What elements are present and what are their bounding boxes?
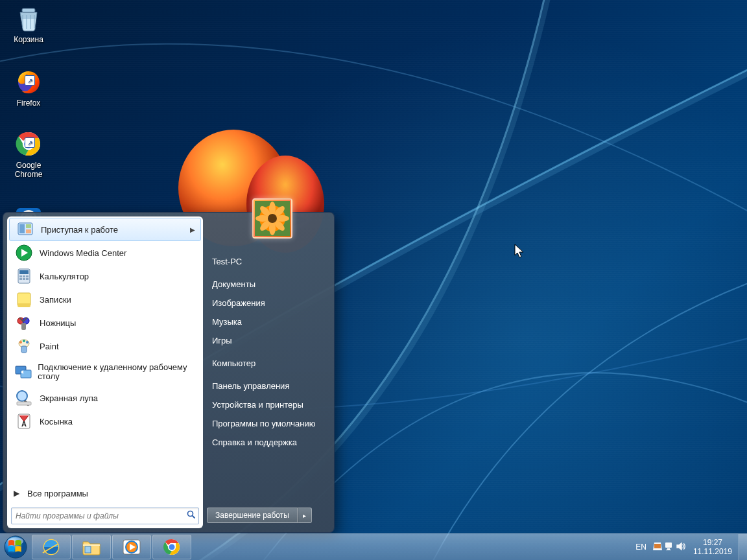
start-menu-right-link[interactable]: Игры [203, 331, 330, 350]
svg-line-40 [193, 516, 195, 519]
taskbar: EN 19:27 11.11.2019 [0, 533, 747, 560]
svg-rect-10 [19, 224, 25, 233]
svg-rect-20 [19, 278, 22, 280]
start-menu-item[interactable]: AКосынка [8, 410, 202, 433]
start-menu-item-label: Ножницы [40, 318, 76, 328]
desktop-icon-recycle-bin[interactable]: Корзина [4, 4, 53, 44]
start-menu-item[interactable]: Paint [8, 334, 202, 358]
svg-rect-2 [22, 8, 35, 12]
chrome-icon [163, 538, 181, 556]
start-button[interactable] [0, 534, 31, 560]
taskbar-clock[interactable]: 19:27 11.11.2019 [687, 538, 739, 556]
taskbar-button-chrome[interactable] [152, 535, 191, 559]
svg-point-30 [23, 340, 25, 342]
search-input[interactable] [12, 511, 184, 520]
submenu-arrow-icon: ▶ [190, 226, 195, 233]
app-icon [14, 289, 34, 310]
start-menu-right-link[interactable]: Справка и поддержка [203, 433, 330, 452]
all-programs-button[interactable]: ▶ Все программы [7, 482, 203, 504]
svg-point-31 [26, 341, 29, 344]
start-menu-right-link[interactable]: Документы [203, 275, 330, 294]
app-icon [14, 388, 34, 408]
shutdown-button[interactable]: Завершение работы [207, 508, 298, 523]
desktop-icon-firefox[interactable]: ↗ Firefox [4, 67, 53, 108]
chrome-icon: ↗ [14, 130, 43, 158]
start-menu-right-panel: Test-PCДокументыИзображенияМузыкаИгрыКом… [203, 216, 330, 528]
svg-rect-62 [654, 544, 661, 548]
desktop-icon-label: Google Chrome [4, 161, 53, 179]
taskbar-button-ie[interactable] [32, 535, 71, 559]
start-menu-item[interactable]: Экранная лупа [8, 386, 202, 410]
svg-rect-11 [26, 224, 31, 228]
svg-point-34 [17, 391, 27, 401]
start-menu-item[interactable]: Калькулятор [8, 264, 202, 288]
app-icon [14, 312, 34, 333]
windows-orb-icon [3, 535, 28, 559]
search-box[interactable] [11, 508, 199, 524]
svg-rect-19 [26, 275, 29, 277]
svg-rect-26 [21, 323, 26, 330]
start-menu: Приступая к работе▶Windows Media CenterК… [3, 212, 335, 533]
show-desktop-button[interactable] [739, 534, 747, 560]
start-menu-left-panel: Приступая к работе▶Windows Media CenterК… [7, 216, 203, 528]
svg-point-39 [188, 511, 193, 517]
app-icon [14, 362, 32, 382]
start-menu-item[interactable]: Записки [8, 288, 202, 311]
shutdown-options-button[interactable]: ▸ [298, 508, 312, 523]
network-icon[interactable] [663, 541, 675, 554]
start-menu-item[interactable]: Подключение к удаленному рабочему столу [8, 358, 202, 386]
start-menu-right-link[interactable]: Изображения [203, 294, 330, 312]
svg-rect-64 [667, 548, 670, 550]
svg-text:A: A [21, 420, 27, 428]
user-avatar[interactable] [252, 198, 292, 239]
start-menu-item-label: Косынка [40, 417, 73, 426]
all-programs-label: Все программы [27, 489, 88, 498]
start-menu-item-label: Экранная лупа [40, 393, 98, 403]
svg-rect-17 [19, 275, 22, 277]
shortcut-arrow-icon: ↗ [25, 137, 35, 148]
start-menu-item[interactable]: Ножницы [8, 311, 202, 334]
cursor-icon [514, 244, 526, 259]
taskbar-button-wmp[interactable] [112, 535, 151, 559]
start-menu-right-link[interactable]: Компьютер [203, 354, 330, 373]
firefox-icon: ↗ [14, 67, 43, 96]
app-icon [14, 336, 34, 356]
media-player-icon [122, 537, 141, 557]
language-indicator[interactable]: EN [630, 542, 652, 552]
svg-rect-16 [19, 270, 29, 274]
start-menu-right-link[interactable]: Программы по умолчанию [203, 414, 330, 433]
recycle-bin-icon [14, 4, 43, 32]
start-menu-item-label: Подключение к удаленному рабочему столу [38, 363, 196, 381]
desktop-icon-label: Firefox [4, 99, 53, 108]
ie-icon [42, 537, 61, 557]
desktop-icon-label: Корзина [4, 35, 53, 44]
start-menu-right-link[interactable]: Test-PC [203, 252, 330, 271]
start-menu-item-label: Приступая к работе [41, 225, 118, 235]
start-menu-right-link[interactable]: Устройства и принтеры [203, 395, 330, 414]
taskbar-button-explorer[interactable] [72, 535, 111, 559]
start-menu-right-link[interactable]: Музыка [203, 312, 330, 331]
start-menu-item-label: Paint [40, 342, 59, 351]
start-menu-item[interactable]: Приступая к работе▶ [9, 218, 201, 241]
svg-point-51 [268, 214, 277, 223]
start-menu-item-label: Записки [40, 295, 71, 305]
system-tray: EN 19:27 11.11.2019 [630, 534, 747, 560]
desktop-icon-chrome[interactable]: ↗ Google Chrome [4, 130, 53, 179]
volume-icon[interactable] [675, 541, 687, 554]
svg-point-29 [19, 341, 22, 344]
start-menu-right-link[interactable]: Панель управления [203, 377, 330, 395]
svg-rect-22 [26, 278, 29, 280]
start-menu-item[interactable]: Windows Media Center [8, 241, 202, 264]
svg-rect-55 [85, 546, 91, 553]
folder-icon [82, 538, 101, 556]
search-icon [184, 510, 198, 522]
triangle-right-icon: ▶ [14, 489, 19, 498]
triangle-right-icon: ▸ [303, 512, 306, 519]
app-icon [14, 266, 34, 286]
svg-rect-65 [666, 550, 671, 550]
clock-date: 11.11.2019 [693, 547, 732, 556]
start-menu-item-label: Калькулятор [40, 272, 89, 281]
app-icon [14, 242, 34, 263]
action-center-icon[interactable] [652, 541, 663, 554]
svg-rect-12 [26, 229, 31, 233]
